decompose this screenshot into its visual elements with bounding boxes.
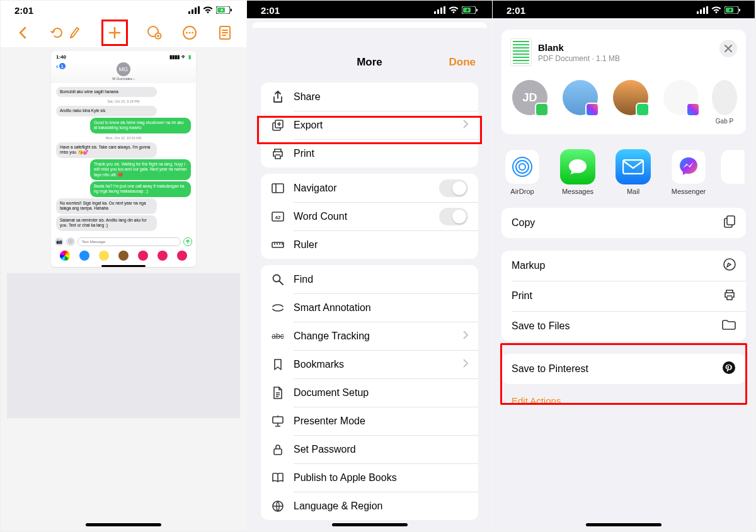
done-button[interactable]: Done [449,56,476,69]
appstore-icon[interactable]: Ⓐ [66,237,75,246]
action-save-to-files[interactable]: Save to Files [501,311,746,341]
home-indicator[interactable] [332,523,408,526]
action-label: Save to Files [512,320,570,332]
row-set-password[interactable]: Set Password [261,435,478,463]
row-label: Navigator [294,183,439,194]
svg-rect-15 [437,9,439,14]
toggle-off[interactable] [439,179,468,197]
action-print[interactable]: Print [501,281,746,311]
sticker-app-icon[interactable] [118,251,129,261]
pages-toolbar [1,18,246,47]
edit-actions-link[interactable]: Edit Actions… [512,395,736,406]
message-in[interactable]: Salamat sa reminder sis. Andito lang din… [56,215,157,231]
row-document-setup[interactable]: Document Setup [261,378,478,407]
person-suggestion[interactable] [662,80,701,125]
close-button[interactable] [719,40,737,57]
collaborate-button[interactable] [146,24,163,42]
status-time: 2:01 [261,5,280,16]
row-wordcount[interactable]: 42 Word Count [261,202,478,230]
appstore-app-icon[interactable] [79,251,89,261]
document-thumbnail [510,38,532,66]
bookmark-icon [271,359,285,370]
message-in[interactable]: Have a safeflight sis. Take care always.… [56,142,157,158]
action-copy[interactable]: Copy [501,208,746,238]
contact-name[interactable]: M Gonzales › [112,77,135,81]
messenger-badge-icon [585,103,599,116]
row-presenter-mode[interactable]: Presenter Mode [261,407,478,435]
more-button[interactable] [181,24,198,42]
person-avatar: JD [512,80,547,115]
person-avatar [563,80,598,115]
document-icon [271,387,285,399]
message-in[interactable]: Bomobili ako wine sagiit hanana [56,87,157,97]
message-out[interactable]: Thank you sis. Waiting for the flight na… [90,159,191,180]
message-out[interactable]: Basta ha? I'm just one call away if maku… [90,181,191,197]
home-indicator[interactable] [586,523,662,526]
svg-rect-23 [272,184,284,193]
app-targets: AirDrop Messages Mail Messenger [501,149,746,195]
sticker2-app-icon[interactable] [138,251,148,261]
memoji-app-icon[interactable] [99,251,109,261]
app-label: AirDrop [510,188,534,195]
app-airdrop[interactable]: AirDrop [501,149,543,195]
action-markup[interactable]: Markup [501,251,746,281]
app-messages[interactable]: Messages [557,149,598,195]
document-panel-button[interactable] [216,24,234,42]
row-find[interactable]: Find [261,265,478,293]
row-label: Set Password [294,444,468,455]
status-bar: 2:01 [493,1,755,18]
status-bar: 2:01 [1,1,246,18]
person-suggestion[interactable]: JD [510,80,549,125]
app-more[interactable] [723,149,742,195]
pinterest-icon [722,361,736,377]
app-messenger[interactable]: Messenger [668,149,709,195]
person-suggestion[interactable] [611,80,650,125]
message-in[interactable]: Andito nako kina Kyle sis [56,106,157,116]
print-icon [723,289,736,303]
message-out[interactable]: Good to know sis hehe mag shoshowrr na r… [90,118,191,133]
row-navigator[interactable]: Navigator [261,174,478,202]
imessage-app-tray [51,249,196,263]
message-input[interactable] [77,237,181,246]
app-mail[interactable]: Mail [612,149,654,195]
photos-app-icon[interactable] [60,251,70,261]
camera-icon[interactable]: 📷 [55,237,64,246]
message-in[interactable]: No worries!! Sige ingat ka. Oo next year… [56,198,157,214]
message-thread: Bomobili ako wine sagiit hanana Sat, Oct… [51,83,196,235]
row-share[interactable]: Share [261,82,478,111]
undo-button[interactable] [49,24,66,42]
format-brush-button[interactable] [66,24,84,42]
row-label: Export [294,120,463,131]
svg-point-27 [273,274,280,281]
svg-rect-14 [434,11,436,14]
app-label: Messenger [672,188,706,195]
svg-rect-6 [231,9,232,11]
row-ruler[interactable]: Ruler [261,230,478,259]
row-export[interactable]: Export [261,111,478,139]
music-app-icon[interactable] [158,251,168,261]
svg-rect-28 [273,417,283,423]
home-indicator[interactable] [86,523,161,526]
row-bookmarks[interactable]: Bookmarks [261,350,478,378]
wifi-icon [711,6,721,14]
back-button[interactable] [13,24,31,42]
app-label: Messages [562,188,593,195]
sheet-title: More [357,56,382,69]
svg-text:42: 42 [275,215,281,220]
add-button[interactable] [106,24,123,42]
inserted-messages-screenshot[interactable]: 1:40 ▮▮▮▮ᯤ▮ ‹1 MG M Gonzales › Bomobili … [51,51,196,267]
person-suggestion[interactable] [561,80,600,125]
row-smart-annotation[interactable]: Smart Annotation [261,293,478,322]
person-suggestion[interactable]: Gab P [712,80,737,125]
row-change-tracking[interactable]: abc Change Tracking [261,322,478,350]
action-save-to-pinterest[interactable]: Save to Pinterest [501,354,746,384]
contact-avatar[interactable]: MG [117,62,130,76]
row-print[interactable]: Print [261,139,478,167]
heart-app-icon[interactable] [177,251,187,261]
send-button[interactable] [183,237,192,246]
toggle-off[interactable] [439,208,468,225]
signal-icon [697,6,708,14]
row-publish-apple-books[interactable]: Publish to Apple Books [261,463,478,492]
row-language-region[interactable]: Language & Region [261,492,478,520]
messages-back[interactable]: ‹1 [56,62,66,70]
